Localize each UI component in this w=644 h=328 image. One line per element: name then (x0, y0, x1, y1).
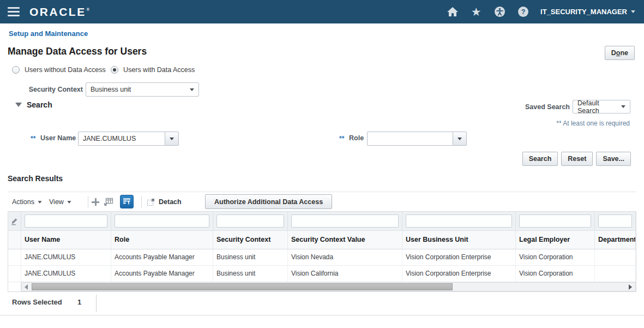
row-gutter-cell[interactable] (8, 266, 21, 282)
cell-security-context-value: Vision Nevada (288, 249, 402, 265)
cell-user-business-unit: Vision Corporation Enterprise (402, 266, 516, 282)
security-context-select[interactable]: Business unit (86, 82, 199, 97)
user-name-dropdown-button[interactable] (165, 132, 179, 146)
filter-input-user-name[interactable] (25, 214, 107, 228)
radio-users-with-data-access[interactable]: Users with Data Access (111, 65, 195, 74)
actions-menu-label: Actions (12, 198, 34, 206)
user-menu-label: IT_SECURITY_MANAGER (540, 8, 627, 16)
column-header-department[interactable]: Department (595, 231, 636, 249)
view-menu[interactable]: View (49, 192, 71, 212)
done-label-pre: D (611, 49, 616, 57)
results-toolbar: Actions View (8, 192, 636, 211)
menu-caret-icon (38, 201, 41, 204)
done-label-post: ne (620, 49, 628, 57)
search-section-header[interactable]: Search (15, 100, 52, 109)
user-name-input[interactable] (78, 132, 165, 146)
role-combobox (367, 132, 467, 146)
move-columns-icon[interactable] (104, 198, 113, 208)
security-context-label: Security Context (0, 86, 83, 93)
done-button[interactable]: Done (605, 46, 635, 60)
column-header-security-context[interactable]: Security Context (213, 231, 288, 249)
search-button[interactable]: Search (522, 152, 558, 166)
detach-label: Detach (159, 198, 182, 206)
actions-menu[interactable]: Actions (12, 192, 42, 212)
filter-input-user-business-unit[interactable] (406, 214, 512, 228)
disclosure-triangle-icon[interactable] (15, 103, 22, 107)
reset-button[interactable]: Reset (561, 152, 593, 166)
detach-button[interactable]: Detach (147, 192, 182, 212)
filter-input-security-context-value[interactable] (291, 214, 399, 228)
cell-security-context-value: Vision California (288, 266, 402, 282)
cell-role: Accounts Payable Manager (111, 266, 213, 282)
saved-search-label: Saved Search (493, 103, 570, 111)
toolbar-separator (88, 196, 88, 208)
horizontal-scrollbar-row (8, 282, 636, 292)
user-menu-caret-icon (631, 10, 635, 13)
table-row[interactable]: JANE.CUMULUS Accounts Payable Manager Bu… (8, 266, 636, 282)
page-title: Manage Data Access for Users (8, 46, 147, 57)
filter-input-role[interactable] (115, 214, 209, 228)
accessibility-icon[interactable] (493, 6, 505, 18)
add-icon[interactable] (92, 198, 99, 206)
footer-divider (96, 295, 97, 312)
user-name-combobox (78, 132, 179, 146)
column-header-security-context-value[interactable]: Security Context Value (288, 231, 402, 249)
filter-input-security-context[interactable] (216, 214, 284, 228)
authorize-additional-data-access-button[interactable]: Authorize Additional Data Access (205, 194, 332, 209)
filter-input-legal-employer[interactable] (519, 214, 591, 228)
radio-label: Users with Data Access (123, 66, 195, 74)
cell-user-name: JANE.CUMULUS (21, 266, 111, 282)
role-input[interactable] (367, 132, 453, 146)
dropdown-caret-icon (170, 138, 174, 140)
scroll-left-icon[interactable] (25, 284, 28, 290)
column-header-legal-employer[interactable]: Legal Employer (516, 231, 595, 249)
search-section-title: Search (27, 100, 52, 109)
column-header-user-business-unit[interactable]: User Business Unit (402, 231, 516, 249)
breadcrumb-setup-and-maintenance[interactable]: Setup and Maintenance (9, 29, 88, 38)
global-header: ORACLE® ★ ? (0, 0, 644, 23)
search-results-title: Search Results (8, 174, 63, 183)
column-header-role[interactable]: Role (111, 231, 213, 249)
header-gutter-cell (8, 231, 21, 249)
detach-icon (147, 198, 155, 206)
oracle-logo-text: ORACLE (29, 5, 86, 19)
table-row[interactable]: JANE.CUMULUS Accounts Payable Manager Bu… (8, 249, 636, 266)
save-button[interactable]: Save... (596, 152, 631, 166)
saved-search-value: Default Search (577, 99, 621, 115)
radio-users-without-data-access[interactable]: Users without Data Access (12, 65, 106, 74)
registered-mark: ® (87, 8, 89, 11)
radio-circle-selected[interactable] (111, 66, 118, 74)
column-header-user-name[interactable]: User Name (21, 231, 111, 249)
global-header-actions: ★ ? IT_SECURITY_MANAGER (447, 0, 635, 23)
cell-legal-employer: Vision Corporation (516, 266, 595, 282)
user-name-required-marker: ** (31, 135, 35, 142)
results-table: User Name Role Security Context Security… (8, 211, 636, 292)
saved-search-select[interactable]: Default Search (573, 100, 630, 114)
cell-user-name: JANE.CUMULUS (21, 249, 111, 265)
edit-filter-icon[interactable] (10, 217, 19, 225)
user-menu[interactable]: IT_SECURITY_MANAGER (540, 8, 635, 16)
cell-security-context: Business unit (213, 266, 288, 282)
filter-row (8, 211, 636, 231)
row-gutter-cell[interactable] (8, 249, 21, 265)
cell-legal-employer: Vision Corporation (516, 249, 595, 265)
horizontal-scrollbar-track[interactable] (21, 282, 636, 291)
scroll-right-icon[interactable] (629, 284, 632, 290)
required-hint: ** At least one is required (556, 120, 630, 127)
help-icon[interactable]: ? (517, 6, 529, 18)
horizontal-scrollbar-thumb[interactable] (32, 283, 453, 290)
page-bottom-divider (0, 315, 644, 315)
search-actions: Search Reset Save... (522, 152, 631, 166)
menu-icon[interactable] (8, 7, 20, 16)
role-label: Role (349, 134, 364, 142)
menu-caret-icon (67, 201, 71, 204)
role-dropdown-button[interactable] (453, 132, 467, 146)
radio-circle-unselected[interactable] (12, 66, 20, 74)
favorites-icon[interactable]: ★ (470, 6, 482, 18)
filter-input-department[interactable] (598, 214, 632, 228)
toolbar-separator (141, 196, 142, 208)
home-icon[interactable] (447, 6, 459, 18)
query-by-example-icon[interactable] (120, 195, 134, 208)
scrollbar-gutter-cell (8, 282, 21, 291)
oracle-logo: ORACLE® (29, 0, 89, 23)
